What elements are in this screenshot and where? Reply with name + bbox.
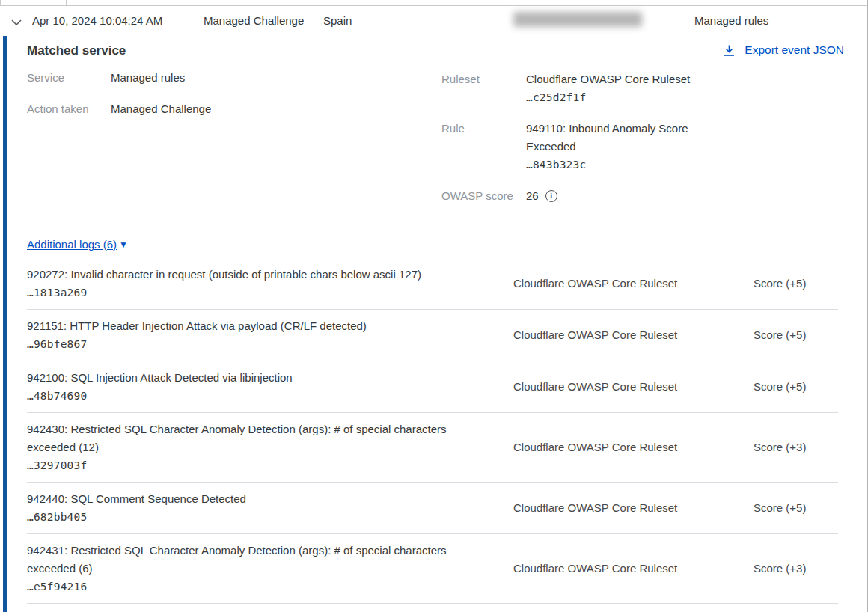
log-rule-title: 942100: SQL Injection Attack Detected vi…	[27, 369, 513, 387]
ruleset-id-hash: …c25d2f1f	[526, 91, 586, 103]
log-ruleset-name: Cloudflare OWASP Core Ruleset	[513, 276, 727, 291]
field-rule: Rule 949110: Inbound Anomaly Score Excee…	[441, 120, 704, 174]
rule-id-hash: …843b323c	[526, 159, 586, 171]
field-label: OWASP score	[441, 187, 526, 205]
section-title: Matched service	[27, 43, 126, 58]
chevron-down-icon[interactable]	[10, 16, 23, 29]
log-rule-title: 920272: Invalid character in request (ou…	[27, 266, 513, 284]
event-timestamp: Apr 10, 2024 10:04:24 AM	[32, 13, 162, 28]
log-rule-title: 942430: Restricted SQL Character Anomaly…	[27, 420, 513, 456]
event-action: Managed Challenge	[204, 13, 304, 28]
field-label: Ruleset	[441, 70, 526, 106]
log-row: 920272: Invalid character in request (ou…	[27, 258, 838, 310]
log-rule-hash: …96bfe867	[27, 335, 513, 353]
log-rule-hash: …682bb405	[27, 508, 513, 526]
log-rule-title: 942440: SQL Comment Sequence Detected	[27, 490, 513, 508]
log-rule-hash: …e5f94216	[27, 578, 513, 596]
export-event-json-label: Export event JSON	[745, 43, 844, 57]
table-top-edge	[0, 0, 867, 6]
log-row: 921151: HTTP Header Injection Attack via…	[27, 310, 838, 361]
log-row: 942430: Restricted SQL Character Anomaly…	[27, 413, 838, 483]
field-service: Service Managed rules	[27, 70, 441, 85]
additional-logs-list: 920272: Invalid character in request (ou…	[27, 258, 838, 604]
event-detail-panel: Apr 10, 2024 10:04:24 AM Managed Challen…	[0, 0, 868, 612]
next-row-divider	[18, 608, 858, 608]
log-row: 942100: SQL Injection Attack Detected vi…	[27, 361, 838, 413]
export-event-json-link[interactable]: Export event JSON	[723, 43, 844, 57]
ruleset-name: Cloudflare OWASP Core Ruleset	[526, 73, 690, 85]
field-owasp-score: OWASP score 26 i	[441, 187, 704, 205]
field-label: Rule	[441, 120, 526, 174]
log-score: Score (+5)	[727, 276, 838, 291]
log-row: 942431: Restricted SQL Character Anomaly…	[27, 534, 838, 604]
log-ruleset-name: Cloudflare OWASP Core Ruleset	[513, 379, 727, 394]
log-score: Score (+3)	[727, 440, 838, 455]
log-score: Score (+3)	[727, 561, 838, 576]
log-rule-hash: …1813a269	[27, 284, 513, 302]
event-service: Managed rules	[694, 13, 768, 28]
caret-down-icon: ▼	[119, 239, 128, 250]
log-rule-hash: …3297003f	[27, 456, 513, 474]
field-label: Action taken	[27, 102, 111, 117]
log-rule-title: 921151: HTTP Header Injection Attack via…	[27, 317, 513, 335]
log-ruleset-name: Cloudflare OWASP Core Ruleset	[513, 328, 727, 343]
log-ruleset-name: Cloudflare OWASP Core Ruleset	[513, 561, 727, 576]
log-rule-hash: …48b74690	[27, 387, 513, 405]
additional-logs-toggle[interactable]: Additional logs (6) ▼	[27, 238, 128, 251]
event-summary-row[interactable]: Apr 10, 2024 10:04:24 AM Managed Challen…	[0, 7, 867, 36]
log-ruleset-name: Cloudflare OWASP Core Ruleset	[513, 440, 727, 455]
info-icon[interactable]: i	[545, 190, 557, 202]
event-country: Spain	[323, 13, 352, 28]
owasp-score-value: 26	[526, 187, 539, 205]
field-action-taken: Action taken Managed Challenge	[27, 102, 441, 117]
field-label: Service	[27, 70, 111, 85]
rule-name: 949110: Inbound Anomaly Score Exceeded	[526, 122, 688, 153]
log-score: Score (+5)	[727, 328, 838, 343]
matched-service-fields: Service Managed rules Action taken Manag…	[27, 70, 867, 218]
redacted-host-value	[513, 12, 642, 27]
field-value: Managed Challenge	[111, 102, 211, 117]
field-ruleset: Ruleset Cloudflare OWASP Core Ruleset …c…	[441, 70, 704, 106]
log-ruleset-name: Cloudflare OWASP Core Ruleset	[513, 501, 727, 515]
additional-logs-label: Additional logs (6)	[27, 238, 117, 251]
matched-service-section: Matched service Export event JSON Servic…	[0, 36, 867, 612]
log-score: Score (+5)	[727, 379, 838, 394]
log-rule-title: 942431: Restricted SQL Character Anomaly…	[27, 542, 513, 578]
field-value: Managed rules	[111, 70, 185, 85]
download-icon	[723, 44, 736, 57]
log-row: 942440: SQL Comment Sequence Detected …6…	[27, 483, 838, 534]
log-score: Score (+5)	[727, 501, 838, 515]
